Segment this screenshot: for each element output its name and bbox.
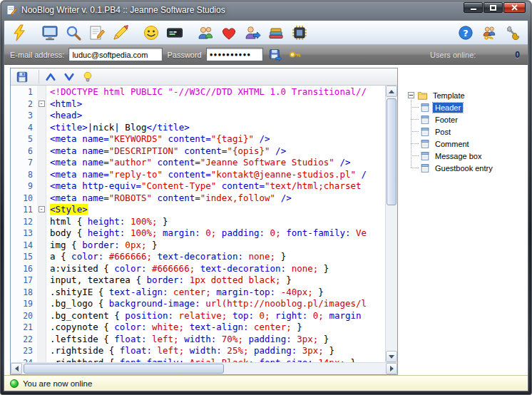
minimize-button[interactable] (464, 2, 483, 13)
code-line[interactable]: body { height: 100%; margin: 0; padding:… (50, 227, 385, 240)
arrow-left-icon (15, 366, 19, 371)
code-line[interactable]: <meta name="ROBOTS" content="index,follo… (50, 193, 385, 205)
title-bar[interactable]: NooBlog Writer v. 0.1.PB4 :: Jeanne Soft… (0, 0, 532, 20)
tree-item-message-box[interactable]: Message box (420, 150, 525, 162)
tree-item-comment[interactable]: Comment (420, 138, 525, 150)
save-template-button[interactable] (14, 69, 31, 84)
close-button[interactable] (503, 2, 526, 13)
code-line[interactable]: .bg_content { position: relative; top: 0… (50, 310, 385, 322)
code-line[interactable]: a { color: #666666; text-decoration: non… (50, 251, 385, 263)
fold-row (37, 157, 46, 169)
collapse-icon[interactable] (408, 92, 414, 98)
code-line[interactable]: <meta name="DESCRIPTION" content="{opis}… (50, 145, 385, 158)
banner-button[interactable] (164, 23, 185, 43)
emoticons-button[interactable] (140, 23, 162, 43)
line-number: 13 (11, 227, 37, 240)
code-line[interactable]: <html> (50, 98, 385, 111)
scroll-up-button[interactable] (386, 86, 397, 97)
code-line[interactable]: <meta name="author" content="Jeanne Soft… (50, 157, 385, 169)
horizontal-scroll-track[interactable] (22, 363, 386, 374)
template-icon (420, 103, 430, 113)
accounts-button[interactable] (479, 23, 500, 43)
line-number: 22 (11, 334, 37, 346)
tree-item-guestbook-entry[interactable]: Guestbook entry (420, 162, 525, 174)
code-lines[interactable]: <!DOCTYPE html PUBLIC "-//W3C//DTD XHTML… (46, 86, 385, 362)
scroll-down-button[interactable] (386, 351, 397, 362)
horizontal-scroll-thumb[interactable] (24, 364, 224, 374)
svg-text:?: ? (463, 27, 468, 38)
accounts-icon (481, 25, 497, 41)
template-icon (420, 127, 430, 137)
fold-row (37, 322, 46, 334)
fold-row (37, 345, 46, 357)
move-up-button[interactable] (39, 69, 59, 84)
users-online-count: 0 (515, 50, 520, 60)
fold-toggle-icon[interactable]: - (39, 206, 45, 212)
code-line[interactable]: <head> (50, 110, 385, 122)
publish-button[interactable] (9, 23, 30, 43)
vertical-scrollbar[interactable] (385, 86, 397, 362)
maximize-button[interactable] (484, 2, 503, 13)
code-line[interactable]: .rightside { float: left; width: 25%; pa… (50, 345, 385, 357)
horizontal-scrollbar[interactable] (11, 362, 397, 374)
fold-row (37, 110, 46, 122)
email-input[interactable] (68, 48, 163, 61)
main-toolbar: ? (4, 21, 528, 45)
fold-row (37, 298, 46, 310)
code-line[interactable]: input, textarea { border: 1px dotted bla… (50, 275, 385, 287)
code-line[interactable]: .copynote { color: white; text-align: ce… (50, 322, 385, 334)
hint-button[interactable] (79, 69, 96, 84)
code-line[interactable]: html { height: 100%; } (50, 216, 385, 228)
vertical-scroll-thumb[interactable] (387, 98, 397, 205)
tree-item-post[interactable]: Post (420, 125, 525, 138)
fold-row (37, 122, 46, 134)
template-icon (420, 139, 430, 149)
scroll-left-button[interactable] (11, 363, 22, 374)
vertical-scroll-track[interactable] (386, 97, 397, 351)
users-button[interactable] (195, 23, 216, 43)
tree-item-label: Message box (433, 151, 484, 161)
fold-row (37, 263, 46, 275)
code-line[interactable]: a:visited { color: #666666; text-decorat… (50, 263, 385, 275)
code-line[interactable]: .rightbord { font-family: Arial Black; f… (50, 357, 385, 363)
profile-button[interactable] (242, 23, 263, 43)
edit-post-button[interactable] (86, 23, 108, 43)
code-line[interactable]: <Style> (50, 204, 385, 216)
scroll-right-button[interactable] (386, 363, 397, 374)
write-post-button[interactable] (110, 23, 131, 43)
line-number: 16 (11, 263, 37, 275)
fold-row (37, 334, 46, 346)
line-number: 6 (11, 145, 37, 158)
code-line[interactable]: <meta http-equiv="Content-Type" content=… (50, 180, 385, 193)
favorites-button[interactable] (218, 23, 240, 43)
minimize-icon (471, 9, 476, 10)
code-line[interactable]: <meta name="KEYWORDS" content="{tagi}" /… (50, 133, 385, 145)
search-icon (65, 24, 82, 41)
system-button[interactable] (289, 23, 310, 43)
online-status-icon (10, 379, 19, 388)
tree-root[interactable]: Template (408, 89, 525, 101)
move-down-button[interactable] (61, 69, 78, 84)
disk-arrow-icon (269, 48, 282, 61)
code-line[interactable]: .bg_logo { background-image: url(http://… (50, 298, 385, 310)
preview-button[interactable] (39, 23, 61, 43)
arrow-down-icon (63, 71, 76, 83)
fold-toggle-icon[interactable]: - (39, 101, 45, 107)
code-line[interactable]: .shityIE { text-align: center; margin-to… (50, 287, 385, 299)
tree-item-header[interactable]: Header (420, 101, 525, 113)
password-input[interactable] (206, 48, 263, 61)
tree-item-footer[interactable]: Footer (420, 113, 525, 125)
code-line[interactable]: img { border: 0px; } (50, 240, 385, 252)
code-line[interactable]: <!DOCTYPE html PUBLIC "-//W3C//DTD XHTML… (50, 86, 385, 98)
code-line[interactable]: <meta name="reply-to" content="kontakt@j… (50, 169, 385, 181)
settings-button[interactable] (502, 23, 523, 43)
bulb-icon (81, 71, 94, 83)
help-button[interactable]: ? (455, 23, 476, 43)
code-line[interactable]: <title>|nick| Blog</title> (50, 122, 385, 134)
account-settings-button[interactable] (287, 47, 303, 63)
save-login-button[interactable] (267, 47, 283, 63)
search-button[interactable] (63, 23, 84, 43)
archive-button[interactable] (265, 23, 287, 43)
line-number: 20 (11, 310, 37, 322)
code-line[interactable]: .leftside { float: left; width: 70%; pad… (50, 334, 385, 346)
